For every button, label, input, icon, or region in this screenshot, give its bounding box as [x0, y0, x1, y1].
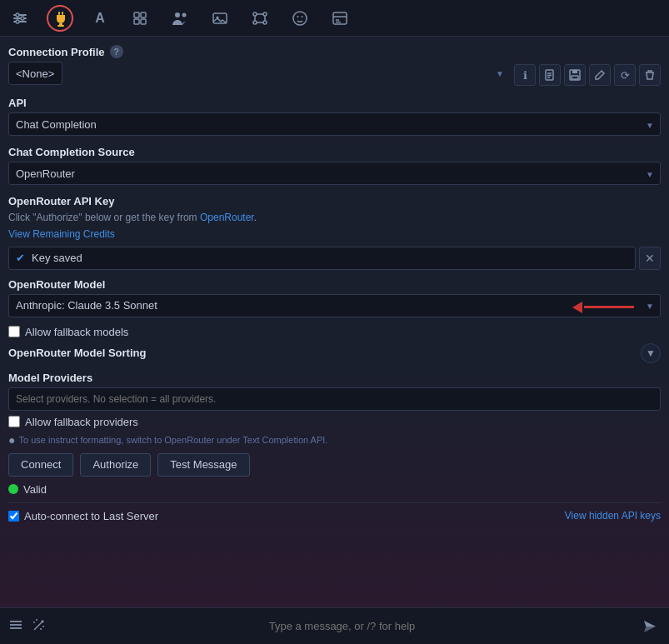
wand-icon[interactable]: [32, 617, 47, 635]
svg-rect-35: [572, 76, 578, 79]
bottom-bar: [0, 607, 669, 644]
delete-profile-btn[interactable]: [639, 64, 661, 86]
refresh-profile-btn[interactable]: ⟳: [614, 64, 636, 86]
separator: [8, 502, 661, 503]
providers-input[interactable]: [8, 387, 661, 411]
connect-btn[interactable]: Connect: [8, 453, 73, 477]
info-dot-icon: ●: [8, 433, 15, 447]
chat-completion-source-select[interactable]: OpenRouter: [8, 162, 661, 185]
auto-connect-checkbox[interactable]: [8, 511, 19, 522]
view-credits-link[interactable]: View Remaining Credits: [8, 228, 661, 240]
hamburger-icon[interactable]: [8, 617, 23, 635]
sliders-icon[interactable]: [7, 5, 33, 32]
users-icon[interactable]: [167, 5, 193, 32]
image-icon[interactable]: [207, 5, 233, 32]
svg-rect-7: [62, 12, 63, 15]
svg-point-20: [253, 21, 257, 24]
api-select[interactable]: Chat Completion: [8, 112, 661, 136]
model-select-row: Anthropic: Claude 3.5 Sonnet: [8, 294, 661, 321]
auto-connect-label[interactable]: Auto-connect to Last Server: [24, 510, 158, 522]
message-input[interactable]: [53, 620, 631, 632]
status-dot: [8, 484, 18, 494]
model-providers-title: Model Providers: [8, 372, 661, 384]
api-key-title: OpenRouter API Key: [8, 195, 661, 207]
allow-fallback-providers-checkbox[interactable]: [8, 416, 20, 427]
send-btn[interactable]: [637, 615, 661, 638]
allow-fallback-label[interactable]: Allow fallback models: [25, 326, 128, 338]
branch-icon[interactable]: [247, 5, 273, 32]
svg-point-3: [16, 13, 19, 17]
allow-fallback-providers-label[interactable]: Allow fallback providers: [25, 416, 138, 428]
auto-connect-left: Auto-connect to Last Server: [8, 510, 158, 522]
svg-point-5: [16, 20, 19, 23]
action-buttons: Connect Authorize Test Message: [8, 453, 661, 477]
svg-rect-11: [141, 12, 146, 17]
grid-icon[interactable]: [127, 5, 153, 32]
openrouter-model-title: OpenRouter Model: [8, 278, 661, 291]
sorting-title: OpenRouter Model Sorting: [8, 347, 146, 359]
svg-point-24: [302, 16, 303, 17]
bottom-left-icons: [8, 617, 47, 635]
svg-point-19: [263, 12, 267, 16]
collapse-sorting-btn[interactable]: ▼: [641, 343, 661, 363]
api-title: API: [8, 97, 661, 109]
save-profile-btn[interactable]: [564, 64, 586, 86]
svg-rect-6: [58, 12, 60, 15]
new-profile-btn[interactable]: [539, 64, 561, 86]
api-key-desc: Click "Authorize" below or get the key f…: [8, 211, 661, 225]
connection-profile-title: Connection Profile ?: [8, 45, 661, 58]
svg-rect-13: [141, 19, 146, 24]
svg-point-4: [21, 17, 24, 20]
help-icon[interactable]: ?: [110, 45, 123, 58]
test-message-btn[interactable]: Test Message: [157, 453, 249, 477]
svg-point-21: [263, 21, 267, 24]
chat-completion-source-title: Chat Completion Source: [8, 146, 661, 158]
key-saved-input[interactable]: ✔ Key saved: [8, 247, 636, 270]
allow-fallback-row: Allow fallback models: [8, 326, 661, 338]
info-tip: ● To use instruct formatting, switch to …: [8, 433, 661, 447]
openrouter-link[interactable]: OpenRouter: [200, 212, 254, 223]
text-icon[interactable]: A: [87, 5, 113, 32]
info-btn[interactable]: ℹ: [514, 64, 536, 86]
clear-key-btn[interactable]: ✕: [639, 247, 661, 270]
svg-rect-12: [134, 19, 139, 24]
status-text: Valid: [23, 483, 47, 496]
top-bar: A: [0, 0, 669, 37]
key-saved-check-icon: ✔: [16, 252, 25, 264]
svg-rect-9: [57, 25, 64, 27]
svg-point-23: [297, 16, 299, 17]
edit-profile-btn[interactable]: [589, 64, 611, 86]
connection-profile-row: <None> ℹ ⟳: [8, 62, 661, 88]
svg-point-22: [293, 12, 307, 25]
chat-completion-source-wrapper: OpenRouter: [8, 162, 661, 187]
svg-rect-34: [572, 70, 577, 73]
key-saved-row: ✔ Key saved ✕: [8, 247, 661, 270]
allow-fallback-providers-row: Allow fallback providers: [8, 416, 661, 428]
svg-point-15: [182, 12, 187, 17]
card-icon[interactable]: [327, 5, 353, 32]
allow-fallback-checkbox[interactable]: [8, 326, 20, 337]
model-select[interactable]: Anthropic: Claude 3.5 Sonnet: [8, 294, 661, 317]
emoji-icon[interactable]: [287, 5, 313, 32]
key-saved-text: Key saved: [32, 252, 82, 264]
main-content: Connection Profile ? <None> ℹ: [0, 37, 669, 607]
plug-icon[interactable]: [47, 5, 73, 32]
status-row: Valid: [8, 483, 661, 496]
view-hidden-api-keys-link[interactable]: View hidden API keys: [565, 510, 661, 522]
svg-point-14: [175, 12, 180, 17]
connection-profile-select[interactable]: <None>: [8, 62, 62, 85]
authorize-btn[interactable]: Authorize: [80, 453, 151, 477]
svg-point-18: [253, 12, 257, 16]
auto-connect-row: Auto-connect to Last Server View hidden …: [8, 510, 661, 522]
svg-rect-10: [134, 12, 139, 17]
api-select-wrapper: Chat Completion: [8, 112, 661, 137]
sorting-header: OpenRouter Model Sorting ▼: [8, 343, 661, 363]
